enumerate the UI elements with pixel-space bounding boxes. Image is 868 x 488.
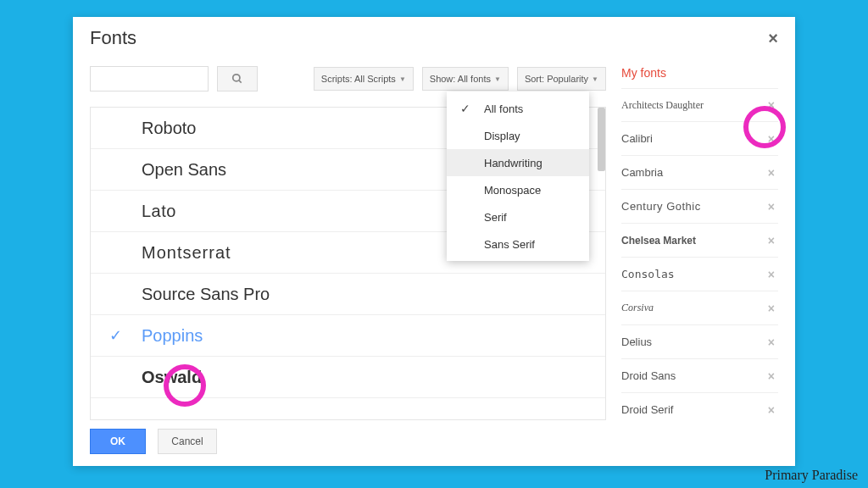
watermark: Primary Paradise bbox=[765, 468, 858, 483]
remove-icon[interactable]: × bbox=[765, 302, 778, 315]
remove-icon[interactable]: × bbox=[765, 98, 778, 112]
dropdown-item-monospace[interactable]: Monospace bbox=[447, 176, 589, 203]
myfont-label: Cambria bbox=[621, 166, 663, 179]
myfont-row-century-gothic[interactable]: Century Gothic× bbox=[621, 190, 778, 224]
fonts-dialog: Fonts × Scripts: All Scripts ▼ Show: All… bbox=[73, 17, 795, 466]
chevron-down-icon: ▼ bbox=[592, 75, 598, 83]
dropdown-item-label: Sans Serif bbox=[484, 238, 535, 251]
dropdown-item-label: All fonts bbox=[484, 103, 523, 115]
chevron-down-icon: ▼ bbox=[399, 75, 406, 83]
myfont-label: Architects Daughter bbox=[621, 99, 704, 112]
scripts-filter[interactable]: Scripts: All Scripts ▼ bbox=[314, 67, 414, 91]
check-icon: ✓ bbox=[109, 326, 122, 345]
myfont-label: Chelsea Market bbox=[621, 235, 696, 247]
remove-icon[interactable]: × bbox=[765, 369, 778, 383]
check-icon: ✓ bbox=[460, 102, 470, 115]
myfont-row-cambria[interactable]: Cambria× bbox=[621, 156, 778, 190]
remove-icon[interactable]: × bbox=[765, 132, 778, 146]
remove-icon[interactable]: × bbox=[765, 268, 778, 281]
my-fonts-list: Architects Daughter×Calibri×Cambria×Cent… bbox=[621, 88, 778, 420]
sort-filter-label: Sort: Popularity bbox=[525, 74, 588, 84]
font-row-source-sans-pro[interactable]: Source Sans Pro bbox=[91, 274, 605, 315]
font-name-label: Montserrat bbox=[142, 243, 231, 263]
dialog-footer: OK Cancel bbox=[73, 420, 795, 466]
search-icon bbox=[231, 73, 243, 85]
remove-icon[interactable]: × bbox=[765, 336, 778, 349]
remove-icon[interactable]: × bbox=[765, 200, 778, 214]
show-dropdown: ✓All fontsDisplayHandwritingMonospaceSer… bbox=[447, 92, 589, 261]
controls-row: Scripts: All Scripts ▼ Show: All fonts ▼… bbox=[90, 66, 606, 92]
close-icon[interactable]: × bbox=[768, 29, 778, 48]
show-filter-label: Show: All fonts bbox=[430, 74, 491, 84]
font-name-label: Poppins bbox=[142, 326, 203, 346]
font-row-poppins[interactable]: ✓Poppins bbox=[91, 315, 605, 357]
dropdown-item-label: Serif bbox=[484, 211, 507, 224]
myfont-row-calibri[interactable]: Calibri× bbox=[621, 122, 778, 156]
dropdown-item-serif[interactable]: Serif bbox=[447, 203, 589, 230]
font-name-label: Source Sans Pro bbox=[142, 285, 270, 304]
font-name-label: Lato bbox=[142, 202, 176, 221]
left-column: Scripts: All Scripts ▼ Show: All fonts ▼… bbox=[90, 66, 606, 420]
sort-filter[interactable]: Sort: Popularity ▼ bbox=[517, 67, 606, 91]
search-input[interactable] bbox=[90, 66, 209, 92]
myfont-label: Consolas bbox=[621, 268, 675, 280]
dropdown-item-label: Handwriting bbox=[484, 157, 542, 169]
font-name-label: Oswald bbox=[142, 368, 202, 387]
chevron-down-icon: ▼ bbox=[494, 75, 501, 83]
dropdown-item-label: Monospace bbox=[484, 184, 541, 197]
svg-line-1 bbox=[239, 80, 242, 83]
dialog-header: Fonts × bbox=[73, 17, 795, 56]
myfont-row-chelsea-market[interactable]: Chelsea Market× bbox=[621, 224, 778, 258]
font-row-oswald[interactable]: Oswald bbox=[91, 357, 605, 398]
show-filter[interactable]: Show: All fonts ▼ bbox=[422, 67, 509, 91]
myfont-row-architects-daughter[interactable]: Architects Daughter× bbox=[621, 88, 778, 122]
font-name-label: Roboto bbox=[142, 119, 197, 138]
scripts-filter-label: Scripts: All Scripts bbox=[321, 74, 396, 84]
myfont-label: Calibri bbox=[621, 132, 653, 145]
remove-icon[interactable]: × bbox=[765, 403, 778, 417]
dropdown-item-sans-serif[interactable]: Sans Serif bbox=[447, 230, 589, 258]
myfont-label: Delius bbox=[621, 336, 652, 348]
ok-button[interactable]: OK bbox=[90, 429, 146, 454]
myfont-row-droid-serif[interactable]: Droid Serif× bbox=[621, 393, 778, 420]
search-button[interactable] bbox=[217, 66, 258, 92]
myfont-row-consolas[interactable]: Consolas× bbox=[621, 258, 778, 291]
dropdown-item-all-fonts[interactable]: ✓All fonts bbox=[447, 95, 589, 122]
svg-point-0 bbox=[233, 75, 240, 81]
dialog-title: Fonts bbox=[90, 27, 136, 49]
dropdown-item-label: Display bbox=[484, 130, 520, 142]
remove-icon[interactable]: × bbox=[765, 166, 778, 180]
remove-icon[interactable]: × bbox=[765, 234, 778, 247]
my-fonts-title: My fonts bbox=[621, 66, 778, 80]
myfont-row-corsiva[interactable]: Corsiva× bbox=[621, 291, 778, 325]
myfont-label: Droid Sans bbox=[621, 369, 676, 382]
cancel-button[interactable]: Cancel bbox=[158, 429, 217, 454]
font-name-label: Open Sans bbox=[142, 160, 226, 180]
dialog-body: Scripts: All Scripts ▼ Show: All fonts ▼… bbox=[73, 56, 795, 420]
scrollbar-thumb[interactable] bbox=[598, 108, 605, 171]
myfont-row-droid-sans[interactable]: Droid Sans× bbox=[621, 359, 778, 393]
myfont-row-delius[interactable]: Delius× bbox=[621, 325, 778, 359]
myfont-label: Century Gothic bbox=[621, 200, 701, 213]
myfont-label: Droid Serif bbox=[621, 403, 673, 416]
right-column: My fonts Architects Daughter×Calibri×Cam… bbox=[621, 66, 778, 420]
dropdown-item-display[interactable]: Display bbox=[447, 122, 589, 149]
myfont-label: Corsiva bbox=[621, 302, 654, 314]
dropdown-item-handwriting[interactable]: Handwriting bbox=[447, 149, 589, 176]
